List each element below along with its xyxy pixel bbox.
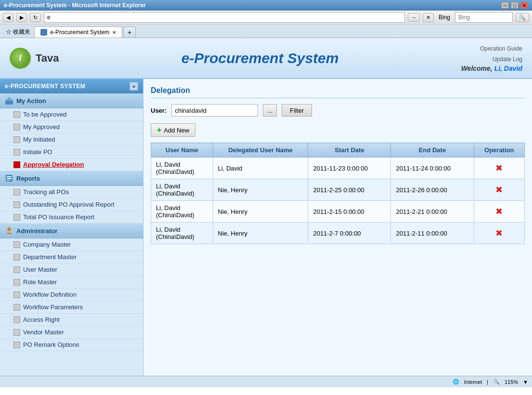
go-button[interactable]: → <box>408 13 420 22</box>
globe-icon: 🌐 <box>453 379 459 385</box>
cell-username-1: Li, David(China\David) <box>151 158 213 179</box>
welcome-label: Welcome, <box>461 65 493 72</box>
list-icon-6 <box>13 189 20 196</box>
role-master-label: Role Master <box>23 278 57 286</box>
zoom-down-icon[interactable]: ▼ <box>523 379 528 385</box>
sidebar-item-access-right[interactable]: Access Right <box>0 314 143 326</box>
cell-delegated-2: Nie, Henry <box>213 179 308 201</box>
operation-guide-link[interactable]: Operation Guide <box>480 45 522 52</box>
status-bar: 🌐 Internet | 🔍 115% ▼ <box>0 376 532 387</box>
to-be-approved-label: To be Approved <box>23 111 66 118</box>
svg-rect-3 <box>7 176 12 177</box>
sidebar-item-approval-delegation[interactable]: Approval Delegation <box>0 158 143 171</box>
department-master-label: Department Master <box>23 253 77 261</box>
cell-start-2: 2011-2-25 0:00:00 <box>308 179 391 201</box>
delete-button-4[interactable]: ✖ <box>479 228 519 238</box>
add-icon: + <box>157 126 161 134</box>
cell-start-4: 2011-2-7 0:00:00 <box>308 223 391 244</box>
update-log-link[interactable]: Update Log <box>493 56 522 63</box>
cell-delegated-1: Li, David <box>213 158 308 179</box>
logo-text: Tava <box>36 52 59 65</box>
zoom-separator: | <box>487 379 488 385</box>
window-controls: ─ □ ✕ <box>501 2 528 9</box>
cell-delegated-3: Nie, Henry <box>213 201 308 223</box>
sidebar-item-user-master[interactable]: User Master <box>0 263 143 276</box>
col-header-start: Start Date <box>308 143 391 158</box>
list-icon-9 <box>13 241 20 248</box>
outstanding-po-label: Outstanding PO Approval Report <box>23 201 114 208</box>
minimize-button[interactable]: ─ <box>501 2 509 9</box>
cell-start-3: 2011-2-15 0:00:00 <box>308 201 391 223</box>
user-master-label: User Master <box>23 266 57 273</box>
list-icon-8 <box>13 214 20 221</box>
sidebar-item-po-remark[interactable]: PO Remark Options <box>0 339 143 351</box>
sidebar-item-my-approved[interactable]: My Approved <box>0 121 143 133</box>
sidebar-item-role-master[interactable]: Role Master <box>0 276 143 289</box>
address-bar[interactable] <box>44 12 405 23</box>
table-row: Li, David(China\David) Li, David 2011-11… <box>151 158 525 179</box>
list-icon-12 <box>13 279 20 286</box>
browser-title: e-Procurement System - Microsoft Interne… <box>4 2 146 9</box>
tab-close-icon[interactable]: ✕ <box>112 30 116 35</box>
section-reports-header[interactable]: Reports <box>0 171 143 186</box>
table-row: Li, David(China\David) Nie, Henry 2011-2… <box>151 223 525 244</box>
po-remark-label: PO Remark Options <box>23 341 79 348</box>
filter-button[interactable]: Filter <box>282 104 312 117</box>
filter-row: User: ... Filter <box>151 104 525 117</box>
section-administrator-header[interactable]: Administrator <box>0 224 143 238</box>
section-my-action-header[interactable]: My Action <box>0 93 143 108</box>
sidebar-item-total-po[interactable]: Total PO Issuance Report <box>0 211 143 224</box>
add-new-button[interactable]: + Add New <box>151 123 195 137</box>
bing-label: Bing <box>437 14 452 21</box>
sidebar-item-my-initiated[interactable]: My Initiated <box>0 133 143 146</box>
delete-button-1[interactable]: ✖ <box>479 163 519 173</box>
col-header-end: End Date <box>391 143 474 158</box>
sidebar-item-company-master[interactable]: Company Master <box>0 238 143 251</box>
logo-letter: l <box>19 53 21 63</box>
cell-op-4: ✖ <box>474 223 524 244</box>
tab-label: e-Procurement System <box>50 29 109 36</box>
reports-icon <box>5 174 13 183</box>
sidebar-item-workflow-parameters[interactable]: Workflow Parameters <box>0 301 143 314</box>
welcome-text: Welcome, Li, David <box>461 65 522 72</box>
sidebar-item-initiate-po[interactable]: Initiate PO <box>0 146 143 158</box>
sidebar-item-department-master[interactable]: Department Master <box>0 251 143 263</box>
sidebar-item-to-be-approved[interactable]: To be Approved <box>0 108 143 121</box>
forward-button[interactable]: ▶ <box>16 13 27 22</box>
favorites-label: ☆ 收藏夹 <box>3 26 33 38</box>
cell-end-4: 2011-2-11 0:00:00 <box>391 223 474 244</box>
list-icon-14 <box>13 304 20 311</box>
dots-button[interactable]: ... <box>263 104 277 117</box>
app-body: e-PROCUREMENT SYSTEM » My Action To be A… <box>0 79 532 376</box>
search-button[interactable]: 🔍 <box>516 13 529 22</box>
col-header-operation: Operation <box>474 143 524 158</box>
active-tab[interactable]: e-Procurement System ✕ <box>34 26 122 38</box>
add-new-label: Add New <box>164 127 189 134</box>
new-tab[interactable]: + <box>123 26 136 38</box>
close-button[interactable]: ✕ <box>520 2 528 9</box>
section-reports: Reports Tracking all POs Outstanding PO … <box>0 171 143 224</box>
zoom-level: 115% <box>505 379 518 385</box>
search-input[interactable] <box>455 12 513 23</box>
sidebar-item-vendor-master[interactable]: Vendor Master <box>0 326 143 339</box>
title-bar: e-Procurement System - Microsoft Interne… <box>0 0 532 11</box>
user-filter-input[interactable] <box>171 104 258 117</box>
sidebar-item-workflow-definition[interactable]: Workflow Definition <box>0 289 143 301</box>
back-button[interactable]: ◀ <box>3 13 13 22</box>
cell-username-2: Li, David(China\David) <box>151 179 213 201</box>
delete-button-2[interactable]: ✖ <box>479 184 519 195</box>
tab-bar: ☆ 收藏夹 e-Procurement System ✕ + <box>0 25 532 38</box>
stop-button[interactable]: ✕ <box>423 13 434 22</box>
home-icon <box>5 96 13 105</box>
maximize-button[interactable]: □ <box>511 2 519 9</box>
tracking-all-pos-label: Tracking all POs <box>23 188 69 196</box>
refresh-button[interactable]: ↻ <box>30 13 41 22</box>
approval-delegation-label: Approval Delegation <box>23 161 84 168</box>
sidebar: e-PROCUREMENT SYSTEM » My Action To be A… <box>0 79 143 376</box>
cell-start-1: 2011-11-23 0:00:00 <box>308 158 391 179</box>
sidebar-collapse-button[interactable]: » <box>130 82 138 91</box>
sidebar-item-tracking-all-pos[interactable]: Tracking all POs <box>0 186 143 198</box>
list-icon-17 <box>13 342 20 348</box>
sidebar-item-outstanding-po[interactable]: Outstanding PO Approval Report <box>0 198 143 211</box>
delete-button-3[interactable]: ✖ <box>479 206 519 217</box>
